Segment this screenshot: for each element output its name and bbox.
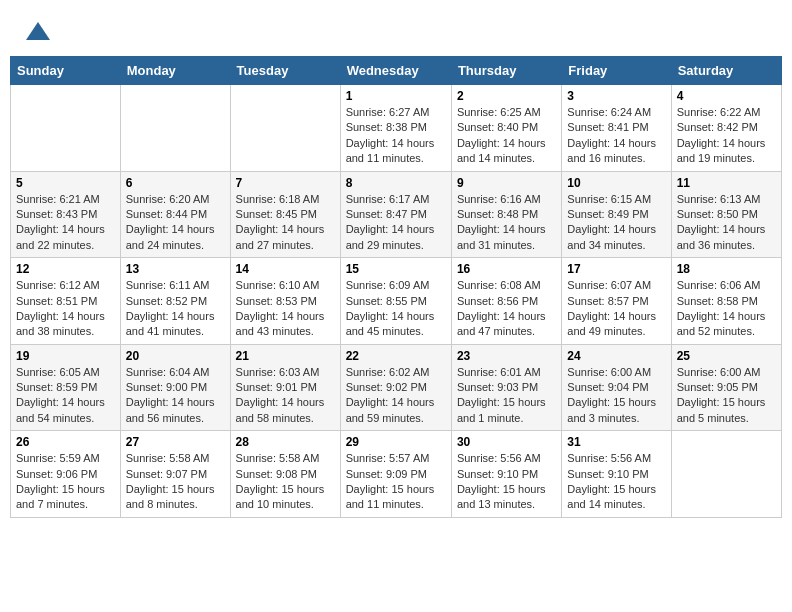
day-info: Sunrise: 5:59 AMSunset: 9:06 PMDaylight:… <box>16 451 115 513</box>
day-number: 13 <box>126 262 225 276</box>
day-number: 18 <box>677 262 776 276</box>
calendar-cell: 5Sunrise: 6:21 AMSunset: 8:43 PMDaylight… <box>11 171 121 258</box>
day-info: Sunrise: 6:15 AMSunset: 8:49 PMDaylight:… <box>567 192 665 254</box>
calendar-cell: 1Sunrise: 6:27 AMSunset: 8:38 PMDaylight… <box>340 85 451 172</box>
day-number: 27 <box>126 435 225 449</box>
day-info: Sunrise: 6:03 AMSunset: 9:01 PMDaylight:… <box>236 365 335 427</box>
day-info: Sunrise: 6:25 AMSunset: 8:40 PMDaylight:… <box>457 105 556 167</box>
calendar-week-row: 26Sunrise: 5:59 AMSunset: 9:06 PMDayligh… <box>11 431 782 518</box>
day-number: 23 <box>457 349 556 363</box>
calendar-cell: 7Sunrise: 6:18 AMSunset: 8:45 PMDaylight… <box>230 171 340 258</box>
calendar-header-row: SundayMondayTuesdayWednesdayThursdayFrid… <box>11 57 782 85</box>
calendar-cell: 10Sunrise: 6:15 AMSunset: 8:49 PMDayligh… <box>562 171 671 258</box>
calendar-cell: 8Sunrise: 6:17 AMSunset: 8:47 PMDaylight… <box>340 171 451 258</box>
calendar-cell: 18Sunrise: 6:06 AMSunset: 8:58 PMDayligh… <box>671 258 781 345</box>
day-number: 28 <box>236 435 335 449</box>
calendar-cell: 4Sunrise: 6:22 AMSunset: 8:42 PMDaylight… <box>671 85 781 172</box>
day-number: 1 <box>346 89 446 103</box>
day-info: Sunrise: 6:20 AMSunset: 8:44 PMDaylight:… <box>126 192 225 254</box>
day-number: 9 <box>457 176 556 190</box>
day-info: Sunrise: 5:58 AMSunset: 9:07 PMDaylight:… <box>126 451 225 513</box>
day-of-week-header: Tuesday <box>230 57 340 85</box>
calendar-cell: 14Sunrise: 6:10 AMSunset: 8:53 PMDayligh… <box>230 258 340 345</box>
calendar-cell: 25Sunrise: 6:00 AMSunset: 9:05 PMDayligh… <box>671 344 781 431</box>
day-number: 5 <box>16 176 115 190</box>
day-of-week-header: Monday <box>120 57 230 85</box>
day-of-week-header: Sunday <box>11 57 121 85</box>
day-number: 26 <box>16 435 115 449</box>
day-number: 8 <box>346 176 446 190</box>
day-info: Sunrise: 6:18 AMSunset: 8:45 PMDaylight:… <box>236 192 335 254</box>
day-number: 11 <box>677 176 776 190</box>
calendar-cell: 3Sunrise: 6:24 AMSunset: 8:41 PMDaylight… <box>562 85 671 172</box>
day-number: 2 <box>457 89 556 103</box>
day-number: 20 <box>126 349 225 363</box>
day-number: 7 <box>236 176 335 190</box>
calendar-cell <box>120 85 230 172</box>
day-info: Sunrise: 6:12 AMSunset: 8:51 PMDaylight:… <box>16 278 115 340</box>
day-number: 31 <box>567 435 665 449</box>
day-number: 15 <box>346 262 446 276</box>
day-info: Sunrise: 6:02 AMSunset: 9:02 PMDaylight:… <box>346 365 446 427</box>
calendar-cell: 24Sunrise: 6:00 AMSunset: 9:04 PMDayligh… <box>562 344 671 431</box>
svg-marker-0 <box>26 22 50 40</box>
day-number: 10 <box>567 176 665 190</box>
calendar-cell: 26Sunrise: 5:59 AMSunset: 9:06 PMDayligh… <box>11 431 121 518</box>
calendar-cell: 20Sunrise: 6:04 AMSunset: 9:00 PMDayligh… <box>120 344 230 431</box>
day-info: Sunrise: 5:56 AMSunset: 9:10 PMDaylight:… <box>457 451 556 513</box>
day-info: Sunrise: 6:11 AMSunset: 8:52 PMDaylight:… <box>126 278 225 340</box>
day-of-week-header: Wednesday <box>340 57 451 85</box>
day-info: Sunrise: 6:22 AMSunset: 8:42 PMDaylight:… <box>677 105 776 167</box>
day-info: Sunrise: 6:05 AMSunset: 8:59 PMDaylight:… <box>16 365 115 427</box>
day-number: 24 <box>567 349 665 363</box>
day-number: 29 <box>346 435 446 449</box>
calendar-cell: 6Sunrise: 6:20 AMSunset: 8:44 PMDaylight… <box>120 171 230 258</box>
calendar-week-row: 1Sunrise: 6:27 AMSunset: 8:38 PMDaylight… <box>11 85 782 172</box>
day-info: Sunrise: 6:06 AMSunset: 8:58 PMDaylight:… <box>677 278 776 340</box>
day-number: 22 <box>346 349 446 363</box>
day-info: Sunrise: 6:07 AMSunset: 8:57 PMDaylight:… <box>567 278 665 340</box>
day-of-week-header: Thursday <box>451 57 561 85</box>
calendar-cell: 28Sunrise: 5:58 AMSunset: 9:08 PMDayligh… <box>230 431 340 518</box>
day-info: Sunrise: 6:27 AMSunset: 8:38 PMDaylight:… <box>346 105 446 167</box>
calendar-cell: 31Sunrise: 5:56 AMSunset: 9:10 PMDayligh… <box>562 431 671 518</box>
day-info: Sunrise: 6:21 AMSunset: 8:43 PMDaylight:… <box>16 192 115 254</box>
day-info: Sunrise: 6:09 AMSunset: 8:55 PMDaylight:… <box>346 278 446 340</box>
calendar-cell: 23Sunrise: 6:01 AMSunset: 9:03 PMDayligh… <box>451 344 561 431</box>
calendar-cell: 12Sunrise: 6:12 AMSunset: 8:51 PMDayligh… <box>11 258 121 345</box>
page-header <box>10 10 782 50</box>
calendar-week-row: 5Sunrise: 6:21 AMSunset: 8:43 PMDaylight… <box>11 171 782 258</box>
day-info: Sunrise: 6:04 AMSunset: 9:00 PMDaylight:… <box>126 365 225 427</box>
day-number: 19 <box>16 349 115 363</box>
calendar-cell: 27Sunrise: 5:58 AMSunset: 9:07 PMDayligh… <box>120 431 230 518</box>
calendar-table: SundayMondayTuesdayWednesdayThursdayFrid… <box>10 56 782 518</box>
calendar-cell: 13Sunrise: 6:11 AMSunset: 8:52 PMDayligh… <box>120 258 230 345</box>
calendar-cell: 22Sunrise: 6:02 AMSunset: 9:02 PMDayligh… <box>340 344 451 431</box>
day-number: 4 <box>677 89 776 103</box>
calendar-week-row: 19Sunrise: 6:05 AMSunset: 8:59 PMDayligh… <box>11 344 782 431</box>
day-info: Sunrise: 6:01 AMSunset: 9:03 PMDaylight:… <box>457 365 556 427</box>
day-number: 6 <box>126 176 225 190</box>
calendar-cell: 11Sunrise: 6:13 AMSunset: 8:50 PMDayligh… <box>671 171 781 258</box>
calendar-cell: 19Sunrise: 6:05 AMSunset: 8:59 PMDayligh… <box>11 344 121 431</box>
calendar-cell: 17Sunrise: 6:07 AMSunset: 8:57 PMDayligh… <box>562 258 671 345</box>
day-info: Sunrise: 5:56 AMSunset: 9:10 PMDaylight:… <box>567 451 665 513</box>
calendar-cell: 29Sunrise: 5:57 AMSunset: 9:09 PMDayligh… <box>340 431 451 518</box>
day-info: Sunrise: 6:10 AMSunset: 8:53 PMDaylight:… <box>236 278 335 340</box>
day-info: Sunrise: 6:00 AMSunset: 9:05 PMDaylight:… <box>677 365 776 427</box>
day-info: Sunrise: 6:08 AMSunset: 8:56 PMDaylight:… <box>457 278 556 340</box>
day-number: 21 <box>236 349 335 363</box>
calendar-week-row: 12Sunrise: 6:12 AMSunset: 8:51 PMDayligh… <box>11 258 782 345</box>
day-info: Sunrise: 6:13 AMSunset: 8:50 PMDaylight:… <box>677 192 776 254</box>
day-number: 14 <box>236 262 335 276</box>
calendar-cell: 15Sunrise: 6:09 AMSunset: 8:55 PMDayligh… <box>340 258 451 345</box>
day-number: 17 <box>567 262 665 276</box>
day-info: Sunrise: 6:24 AMSunset: 8:41 PMDaylight:… <box>567 105 665 167</box>
day-number: 25 <box>677 349 776 363</box>
calendar-cell: 16Sunrise: 6:08 AMSunset: 8:56 PMDayligh… <box>451 258 561 345</box>
day-info: Sunrise: 6:16 AMSunset: 8:48 PMDaylight:… <box>457 192 556 254</box>
day-number: 16 <box>457 262 556 276</box>
calendar-cell: 2Sunrise: 6:25 AMSunset: 8:40 PMDaylight… <box>451 85 561 172</box>
calendar-cell <box>230 85 340 172</box>
day-info: Sunrise: 6:17 AMSunset: 8:47 PMDaylight:… <box>346 192 446 254</box>
